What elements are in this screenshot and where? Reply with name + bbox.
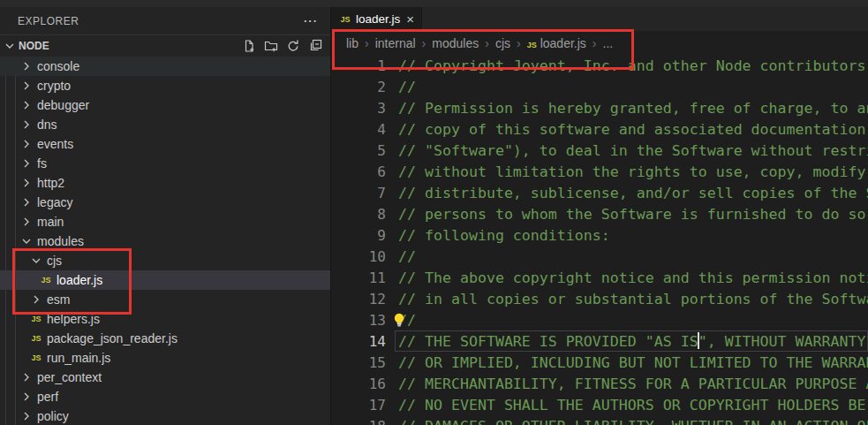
breadcrumb-separator-icon: › [517, 36, 521, 50]
breadcrumb-label: loader.js [540, 36, 586, 50]
tree-item-label: crypto [37, 79, 71, 93]
tree-item-esm[interactable]: esm [0, 290, 330, 309]
tree-item-label: main [37, 215, 64, 229]
quick-fix-lightbulb-icon[interactable] [391, 311, 407, 329]
editor-group: JS loader.js × lib›internal›modules›cjs›… [331, 7, 868, 425]
code-line-10[interactable]: 10// [331, 246, 868, 267]
line-number[interactable]: 16 [331, 376, 386, 392]
tree-item-per-context[interactable]: per_context [0, 368, 330, 387]
line-number[interactable]: 10 [331, 248, 386, 265]
breadcrumb-item-loader-js[interactable]: JSloader.js [527, 36, 586, 50]
explorer-more-actions-icon[interactable]: ··· [304, 14, 318, 27]
breadcrumb-separator-icon: › [365, 36, 369, 50]
line-number[interactable]: 3 [331, 100, 386, 117]
code-line-11[interactable]: 11// The above copyright notice and this… [331, 267, 868, 288]
code-line-3[interactable]: 3// Permission is hereby granted, free o… [331, 97, 868, 118]
line-number[interactable]: 6 [331, 163, 386, 180]
explorer-header: EXPLORER ··· [0, 7, 330, 35]
code-line-2[interactable]: 2// [331, 76, 868, 97]
tree-item-crypto[interactable]: crypto [0, 76, 330, 95]
chevron-right-icon [19, 118, 34, 132]
breadcrumb-item-cjs[interactable]: cjs [495, 36, 510, 50]
line-number[interactable]: 8 [331, 206, 386, 223]
tree-item-legacy[interactable]: legacy [0, 193, 330, 212]
tree-item-dns[interactable]: dns [0, 115, 330, 134]
chevron-right-icon [19, 390, 34, 404]
code-line-9[interactable]: 9// following conditions: [331, 224, 868, 246]
comment-text: // Copyright Joyent, Inc. and other Node… [386, 57, 868, 74]
tree-item-package-json-reader-js[interactable]: JSpackage_json_reader.js [0, 329, 330, 348]
tree-item-main[interactable]: main [0, 212, 330, 231]
new-file-button[interactable] [242, 39, 256, 53]
line-number[interactable]: 18 [331, 418, 386, 425]
node-section-header[interactable]: NODE [0, 35, 330, 57]
tree-item-label: perf [37, 390, 58, 404]
code-area[interactable]: 1// Copyright Joyent, Inc. and other Nod… [331, 55, 868, 425]
tree-item-label: run_main.js [47, 351, 110, 365]
line-number[interactable]: 5 [331, 142, 386, 159]
code-line-8[interactable]: 8// persons to whom the Software is furn… [331, 203, 868, 224]
close-tab-icon[interactable]: × [406, 12, 414, 26]
code-line-17[interactable]: 17// NO EVENT SHALL THE AUTHORS OR COPYR… [331, 394, 868, 415]
tree-item-label: modules [37, 234, 84, 248]
breadcrumb-item-lib[interactable]: lib [346, 36, 359, 50]
code-line-18[interactable]: 18// DAMAGES OR OTHER LIABILITY, WHETHER… [331, 415, 868, 425]
tab-loader-js[interactable]: JS loader.js × [331, 7, 422, 31]
chevron-right-icon [19, 156, 34, 171]
line-number[interactable]: 1 [331, 57, 386, 74]
breadcrumb-item-modules[interactable]: modules [432, 36, 479, 50]
js-file-icon: JS [29, 353, 43, 362]
breadcrumb-item-internal[interactable]: internal [375, 36, 416, 50]
tree-item-http2[interactable]: http2 [0, 173, 330, 193]
new-folder-button[interactable] [264, 39, 278, 53]
chevron-down-icon [19, 234, 34, 248]
code-line-16[interactable]: 16// MERCHANTABILITY, FITNESS FOR A PART… [331, 373, 868, 394]
chevron-down-icon [3, 39, 17, 53]
line-number[interactable]: 17 [331, 397, 386, 414]
tree-item-fs[interactable]: fs [0, 154, 330, 173]
line-number[interactable]: 12 [331, 291, 386, 307]
breadcrumb-label: lib [346, 36, 359, 50]
comment-text: // in all copies or substantial portions… [386, 291, 868, 307]
line-number[interactable]: 7 [331, 185, 386, 201]
breadcrumb-separator-icon: › [593, 36, 597, 50]
explorer-sidebar: EXPLORER ··· NODE consolecryptodebuggerd… [0, 7, 331, 425]
tree-item-label: fs [37, 156, 47, 171]
code-line-5[interactable]: 5// "Software"), to deal in the Software… [331, 140, 868, 161]
tree-item-label: helpers.js [47, 312, 100, 326]
tree-item-loader-js[interactable]: JSloader.js [0, 270, 330, 290]
code-line-6[interactable]: 6// without limitation the rights to use… [331, 161, 868, 182]
tree-item-events[interactable]: events [0, 134, 330, 154]
breadcrumb-item--[interactable]: ... [603, 36, 614, 50]
code-line-1[interactable]: 1// Copyright Joyent, Inc. and other Nod… [331, 55, 868, 76]
tree-item-helpers-js[interactable]: JShelpers.js [0, 309, 330, 329]
tree-item-modules[interactable]: modules [0, 231, 330, 251]
line-number[interactable]: 15 [331, 354, 386, 371]
line-number[interactable]: 4 [331, 121, 386, 138]
code-line-7[interactable]: 7// distribute, sublicense, and/or sell … [331, 182, 868, 203]
refresh-button[interactable] [286, 39, 300, 53]
line-number[interactable]: 2 [331, 79, 386, 95]
tree-item-run-main-js[interactable]: JSrun_main.js [0, 348, 330, 368]
tree-item-label: http2 [37, 176, 64, 190]
tree-item-policy[interactable]: policy [0, 406, 330, 425]
js-file-icon: JS [339, 15, 351, 24]
tree-item-perf[interactable]: perf [0, 387, 330, 406]
tree-item-console[interactable]: console [0, 57, 330, 76]
line-number[interactable]: 11 [331, 269, 386, 286]
code-line-12[interactable]: 12// in all copies or substantial portio… [331, 288, 868, 309]
line-number[interactable]: 14 [331, 333, 386, 350]
code-line-4[interactable]: 4// copy of this software and associated… [331, 118, 868, 140]
code-line-13[interactable]: 13// [331, 309, 868, 330]
comment-text: // Permission is hereby granted, free of… [386, 100, 868, 117]
tree-item-label: loader.js [57, 273, 102, 287]
code-line-15[interactable]: 15// OR IMPLIED, INCLUDING BUT NOT LIMIT… [331, 352, 868, 373]
line-number[interactable]: 9 [331, 227, 386, 244]
comment-text: // copy of this software and associated … [386, 121, 868, 138]
code-line-14[interactable]: 14// THE SOFTWARE IS PROVIDED "AS IS", W… [331, 330, 868, 352]
tree-item-label: per_context [37, 370, 102, 384]
tree-item-cjs[interactable]: cjs [0, 251, 330, 270]
line-number[interactable]: 13 [331, 312, 386, 329]
tree-item-debugger[interactable]: debugger [0, 95, 330, 115]
collapse-all-button[interactable] [308, 39, 322, 53]
